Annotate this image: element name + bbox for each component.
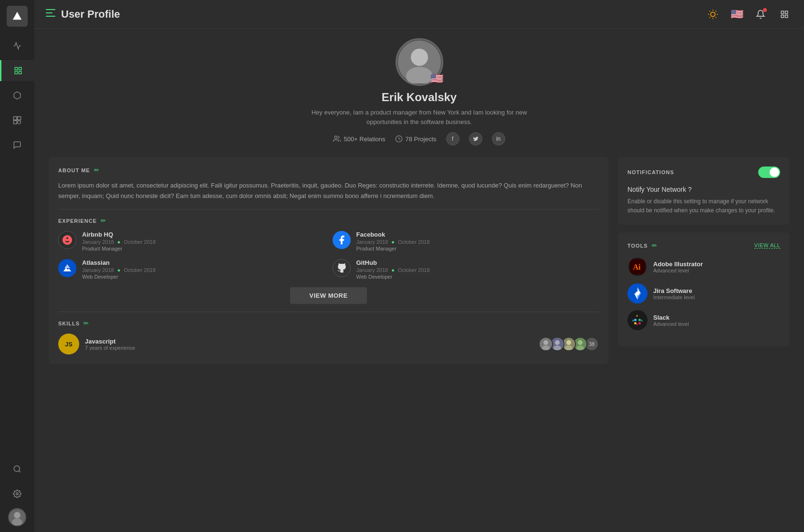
airbnb-info: Airbnb HQ January 2018 ● October 2018 Pr… [82,231,325,251]
svg-point-34 [335,136,337,138]
atlassian-company: Atlassian [82,259,325,266]
tools-title: TOOLS [627,243,648,249]
tools-title-row: TOOLS ✏ [627,242,657,249]
slack-tool-level: Advanced level [653,321,689,327]
svg-line-22 [716,17,716,17]
svg-point-52 [627,310,647,330]
slack-logo [627,310,647,330]
github-dates: January 2018 ● October 2018 [356,267,599,273]
airbnb-role: Product Manager [82,246,325,251]
svg-text:Ai: Ai [633,263,641,271]
svg-rect-6 [18,117,21,120]
svg-rect-58 [641,320,643,322]
svg-rect-29 [781,15,783,17]
twitter-social-btn[interactable] [469,132,482,146]
svg-point-9 [14,466,20,471]
sidebar-item-dashboard[interactable] [0,60,34,81]
svg-point-43 [566,340,571,345]
js-skill-info: Javascript 7 years of experience [85,338,533,351]
facebook-info: Facebook January 2018 ● October 2018 Pro… [356,231,599,251]
skills-edit-icon[interactable]: ✏ [84,320,89,327]
avatar-wrapper: 🇺🇸 [396,38,443,86]
app-logo[interactable] [7,6,28,27]
about-edit-icon[interactable]: ✏ [94,167,99,174]
svg-rect-56 [638,322,641,324]
notifications-bell-icon[interactable] [752,6,769,22]
header-icons: 🇺🇸 [705,6,793,22]
svg-rect-53 [634,319,637,321]
facebook-company: Facebook [356,231,599,238]
left-column: ABOUT ME ✏ Lorem ipsum dolor sit amet, c… [49,157,608,372]
js-skill-name: Javascript [85,338,533,345]
sidebar-item-chat[interactable] [7,135,28,156]
language-flag-icon[interactable]: 🇺🇸 [729,6,745,22]
sidebar-item-3d[interactable] [7,85,28,106]
svg-line-25 [710,17,710,17]
svg-rect-5 [14,117,17,120]
js-skill-experience: 7 years of experience [85,345,533,351]
sidebar-bottom [7,459,28,526]
main-content: User Profile 🇺🇸 [34,0,804,532]
atlassian-role: Web Developer [82,274,325,280]
relations-count: 500+ Relations [344,136,385,143]
svg-point-37 [543,340,548,345]
airbnb-logo [58,231,76,249]
linkedin-social-btn[interactable]: in [492,132,505,146]
svg-point-51 [636,292,639,295]
svg-rect-4 [19,72,21,74]
menu-icon[interactable] [46,9,55,19]
svg-line-21 [710,10,710,11]
jira-logo [627,283,647,303]
about-text: Lorem ipsum dolor sit amet, consectetur … [58,180,599,201]
svg-line-10 [19,470,20,472]
sidebar-item-components[interactable] [7,110,28,131]
notify-network-desc: Enable or disable this setting to manage… [627,197,780,215]
exp-item-github: GitHub January 2018 ● October 2018 Web D… [333,259,599,280]
sidebar-item-activity[interactable] [7,35,28,56]
exp-item-atlassian: Atlassian January 2018 ● October 2018 We… [58,259,325,280]
svg-rect-60 [636,323,638,325]
svg-point-40 [555,340,560,345]
exp-item-facebook: Facebook January 2018 ● October 2018 Pro… [333,231,599,251]
user-avatar[interactable] [8,508,26,526]
sidebar-item-search[interactable] [7,459,28,480]
tools-edit-icon[interactable]: ✏ [652,242,657,249]
notifications-toggle[interactable] [758,167,780,178]
about-header: ABOUT ME ✏ [58,167,599,174]
facebook-logo [333,231,351,249]
tools-view-all-link[interactable]: VIEW ALL [754,242,780,249]
sidebar-item-settings[interactable] [7,483,28,504]
js-badge: JS [58,334,79,355]
ai-tool-name: Adobe Illustrator [653,261,703,268]
apps-grid-icon[interactable] [776,6,793,22]
experience-edit-icon[interactable]: ✏ [101,217,106,224]
github-info: GitHub January 2018 ● October 2018 Web D… [356,259,599,280]
profile-flag-icon: 🇺🇸 [430,73,443,85]
svg-rect-54 [638,319,641,321]
facebook-social-btn[interactable]: f [446,132,459,146]
skills-divider [58,312,599,312]
experience-title: EXPERIENCE [58,218,97,224]
theme-toggle-icon[interactable] [705,6,721,22]
view-more-button[interactable]: VIEW MORE [290,287,366,304]
svg-point-11 [16,493,19,495]
svg-rect-2 [19,67,21,70]
relations-stat: 500+ Relations [333,135,385,143]
svg-rect-15 [46,9,55,10]
ai-tool-level: Advanced level [653,268,703,273]
svg-rect-59 [636,315,638,317]
right-column: NOTIFICATIONS Notify Your Network ? Enab… [618,157,790,346]
toggle-thumb [770,167,779,177]
svg-rect-30 [785,15,788,17]
svg-rect-27 [781,11,783,13]
svg-marker-0 [13,12,21,20]
svg-rect-17 [46,16,55,17]
about-title: ABOUT ME [58,167,90,173]
skill-avatar-1 [539,337,553,351]
svg-rect-28 [785,11,788,13]
airbnb-dates: January 2018 ● October 2018 [82,239,325,245]
profile-bio: Hey everyone, Iam a product manager from… [300,108,539,126]
svg-point-8 [18,121,21,124]
about-card: ABOUT ME ✏ Lorem ipsum dolor sit amet, c… [49,157,608,364]
experience-grid: Airbnb HQ January 2018 ● October 2018 Pr… [58,231,599,280]
